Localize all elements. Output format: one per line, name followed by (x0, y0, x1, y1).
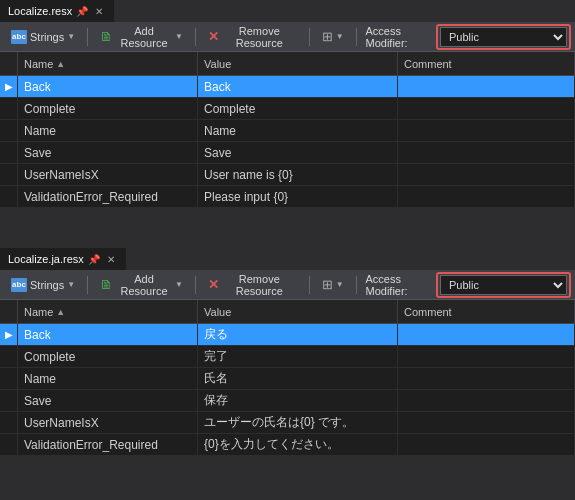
remove-resource-button-bottom[interactable]: ✕ Remove Resource (201, 274, 304, 296)
strings-icon-bottom: abc (11, 278, 27, 292)
top-header-indicator (0, 52, 18, 75)
top-grid: Name ▲ Value Comment ▶BackBackCompleteCo… (0, 52, 575, 208)
table-row[interactable]: Name氏名 (0, 368, 575, 390)
access-modifier-label-bottom: Access Modifier: (366, 273, 434, 297)
cell-name: Save (18, 390, 198, 411)
bottom-header-name[interactable]: Name ▲ (18, 300, 198, 323)
grid-icon-bottom: ⊞ (322, 277, 333, 292)
top-tab-label: Localize.resx (8, 5, 72, 17)
cell-value: 完了 (198, 346, 398, 367)
bottom-editor-panel: Localize.ja.resx 📌 ✕ abc Strings ▼ 🗎 Add… (0, 248, 575, 458)
cell-value: Save (198, 142, 398, 163)
top-tab-close-icon[interactable]: ✕ (92, 4, 106, 18)
cell-name: Complete (18, 98, 198, 119)
cell-value: Complete (198, 98, 398, 119)
grid-options-button-top[interactable]: ⊞ ▼ (315, 26, 351, 48)
cell-name: UserNameIsX (18, 412, 198, 433)
sep3-top (309, 28, 310, 46)
table-row[interactable]: SaveSave (0, 142, 575, 164)
row-indicator (0, 164, 18, 185)
add-resource-dropdown-icon-bottom: ▼ (175, 280, 183, 289)
table-row[interactable]: ▶BackBack (0, 76, 575, 98)
table-row[interactable]: Save保存 (0, 390, 575, 412)
table-row[interactable]: CompleteComplete (0, 98, 575, 120)
strings-button-bottom[interactable]: abc Strings ▼ (4, 274, 82, 296)
row-indicator (0, 98, 18, 119)
cell-name: Save (18, 142, 198, 163)
bottom-tab[interactable]: Localize.ja.resx 📌 ✕ (0, 248, 127, 270)
strings-label-top: Strings (30, 31, 64, 43)
top-grid-header: Name ▲ Value Comment (0, 52, 575, 76)
top-header-sort-icon: ▲ (56, 59, 65, 69)
top-tab-bar: Localize.resx 📌 ✕ (0, 0, 575, 22)
cell-value: Back (198, 76, 398, 97)
sep4-bottom (356, 276, 357, 294)
cell-value: Please input {0} (198, 186, 398, 207)
row-indicator: ▶ (0, 324, 18, 345)
bottom-header-comment[interactable]: Comment (398, 300, 575, 323)
cell-value: 氏名 (198, 368, 398, 389)
remove-resource-button-top[interactable]: ✕ Remove Resource (201, 26, 304, 48)
top-header-comment-label: Comment (404, 58, 452, 70)
access-modifier-select-top[interactable]: No code generation Internal Public (440, 27, 567, 47)
row-indicator (0, 434, 18, 455)
top-header-name[interactable]: Name ▲ (18, 52, 198, 75)
table-row[interactable]: UserNameIsXUser name is {0} (0, 164, 575, 186)
access-modifier-select-bottom[interactable]: No code generation Internal Public (440, 275, 567, 295)
remove-icon-top: ✕ (208, 29, 219, 44)
table-row[interactable]: NameName (0, 120, 575, 142)
cell-name: Back (18, 324, 198, 345)
row-indicator (0, 120, 18, 141)
cell-name: Name (18, 368, 198, 389)
cell-value: Name (198, 120, 398, 141)
bottom-grid-scroll[interactable]: ▶Back戻るComplete完了Name氏名Save保存UserNameIsX… (0, 324, 575, 456)
table-row[interactable]: ValidationError_RequiredPlease input {0} (0, 186, 575, 208)
bottom-grid-header: Name ▲ Value Comment (0, 300, 575, 324)
bottom-tab-close-icon[interactable]: ✕ (104, 252, 118, 266)
sep3-bottom (309, 276, 310, 294)
top-header-name-label: Name (24, 58, 53, 70)
table-row[interactable]: ▶Back戻る (0, 324, 575, 346)
access-modifier-label-top: Access Modifier: (366, 25, 434, 49)
bottom-panel: Localize.ja.resx 📌 ✕ abc Strings ▼ 🗎 Add… (0, 248, 575, 496)
top-tab-pin-icon: 📌 (76, 6, 88, 17)
table-row[interactable]: Complete完了 (0, 346, 575, 368)
bottom-tab-pin-icon: 📌 (88, 254, 100, 265)
cell-value: {0}を入力してください。 (198, 434, 398, 455)
strings-button-top[interactable]: abc Strings ▼ (4, 26, 82, 48)
row-indicator (0, 390, 18, 411)
table-row[interactable]: UserNameIsXユーザーの氏名は{0} です。 (0, 412, 575, 434)
top-toolbar: abc Strings ▼ 🗎 Add Resource ▼ ✕ Remove … (0, 22, 575, 52)
cell-value: 保存 (198, 390, 398, 411)
row-indicator (0, 412, 18, 433)
cell-name: Back (18, 76, 198, 97)
top-grid-rows: ▶BackBackCompleteCompleteNameNameSaveSav… (0, 76, 575, 208)
remove-icon-bottom: ✕ (208, 277, 219, 292)
row-indicator (0, 346, 18, 367)
bottom-tab-label: Localize.ja.resx (8, 253, 84, 265)
top-header-comment[interactable]: Comment (398, 52, 575, 75)
bottom-tab-bar: Localize.ja.resx 📌 ✕ (0, 248, 575, 270)
sep2-bottom (195, 276, 196, 294)
grid-options-button-bottom[interactable]: ⊞ ▼ (315, 274, 351, 296)
cell-comment (398, 142, 575, 163)
table-row[interactable]: ValidationError_Required{0}を入力してください。 (0, 434, 575, 456)
grid-icon-top: ⊞ (322, 29, 333, 44)
remove-resource-label-top: Remove Resource (222, 25, 297, 49)
cell-name: Complete (18, 346, 198, 367)
top-header-value[interactable]: Value (198, 52, 398, 75)
bottom-header-value[interactable]: Value (198, 300, 398, 323)
add-resource-button-top[interactable]: 🗎 Add Resource ▼ (93, 26, 190, 48)
top-tab[interactable]: Localize.resx 📌 ✕ (0, 0, 115, 22)
cell-comment (398, 120, 575, 141)
cell-value: User name is {0} (198, 164, 398, 185)
cell-comment (398, 76, 575, 97)
sep4-top (356, 28, 357, 46)
remove-resource-label-bottom: Remove Resource (222, 273, 297, 297)
bottom-header-indicator (0, 300, 18, 323)
add-resource-dropdown-icon-top: ▼ (175, 32, 183, 41)
add-resource-button-bottom[interactable]: 🗎 Add Resource ▼ (93, 274, 190, 296)
cell-name: ValidationError_Required (18, 434, 198, 455)
cell-comment (398, 164, 575, 185)
top-grid-scroll[interactable]: ▶BackBackCompleteCompleteNameNameSaveSav… (0, 76, 575, 208)
